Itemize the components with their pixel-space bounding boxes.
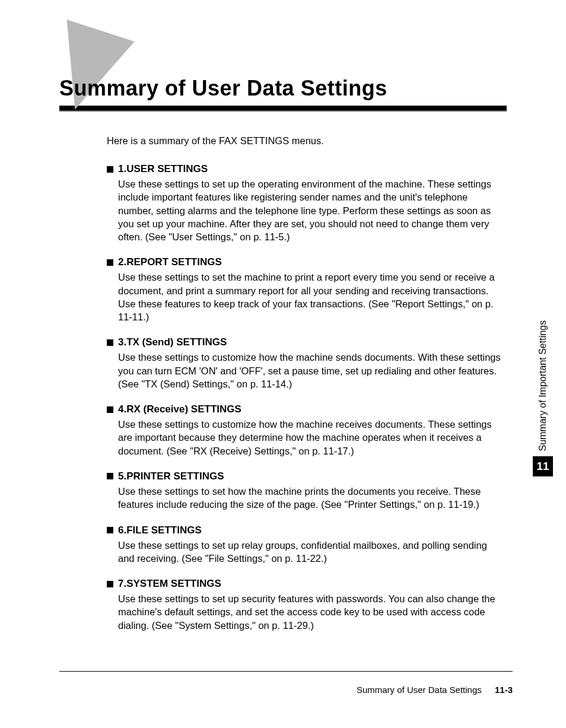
title-underline: [59, 106, 507, 112]
section-title: 5.PRINTER SETTINGS: [118, 471, 224, 482]
page-content: Summary of User Data Settings Here is a …: [0, 0, 566, 632]
section-header: 4.RX (Receive) SETTINGS: [107, 403, 501, 415]
footer-text: Summary of User Data Settings 11-3: [59, 685, 513, 695]
section-printer-settings: 5.PRINTER SETTINGS Use these settings to…: [107, 471, 501, 511]
section-body: Use these settings to set how the machin…: [118, 485, 501, 511]
section-body: Use these settings to set the machine to…: [118, 271, 501, 323]
section-header: 7.SYSTEM SETTINGS: [107, 578, 501, 590]
chapter-number-badge: 11: [533, 456, 553, 476]
section-body: Use these settings to customize how the …: [118, 418, 501, 457]
section-title: 4.RX (Receive) SETTINGS: [118, 403, 241, 415]
section-title: 6.FILE SETTINGS: [118, 524, 202, 536]
section-title: 3.TX (Send) SETTINGS: [118, 336, 227, 348]
section-title: 1.USER SETTINGS: [118, 163, 208, 175]
section-body: Use these settings to set up the operati…: [118, 177, 501, 243]
section-title: 7.SYSTEM SETTINGS: [118, 578, 221, 590]
footer-label: Summary of User Data Settings: [357, 685, 482, 695]
square-bullet-icon: [107, 527, 113, 533]
section-header: 5.PRINTER SETTINGS: [107, 471, 501, 482]
section-rx-settings: 4.RX (Receive) SETTINGS Use these settin…: [107, 403, 501, 457]
section-report-settings: 2.REPORT SETTINGS Use these settings to …: [107, 256, 501, 323]
footer-page-number: 11-3: [495, 685, 513, 695]
section-header: 6.FILE SETTINGS: [107, 524, 501, 536]
section-body: Use these settings to set up security fe…: [118, 592, 501, 632]
section-user-settings: 1.USER SETTINGS Use these settings to se…: [107, 163, 501, 243]
page-title: Summary of User Data Settings: [59, 76, 507, 101]
intro-text: Here is a summary of the FAX SETTINGS me…: [107, 135, 507, 147]
side-tab-label: Summary of Important Settings: [538, 320, 548, 452]
side-tab: Summary of Important Settings 11: [533, 320, 553, 476]
section-tx-settings: 3.TX (Send) SETTINGS Use these settings …: [107, 336, 501, 390]
square-bullet-icon: [107, 581, 113, 587]
square-bullet-icon: [107, 259, 113, 266]
section-title: 2.REPORT SETTINGS: [118, 256, 222, 268]
section-header: 3.TX (Send) SETTINGS: [107, 336, 501, 348]
page-footer: Summary of User Data Settings 11-3: [59, 671, 513, 695]
square-bullet-icon: [107, 339, 113, 346]
section-body: Use these settings to set up relay group…: [118, 539, 501, 565]
section-file-settings: 6.FILE SETTINGS Use these settings to se…: [107, 524, 501, 565]
footer-divider: [59, 671, 513, 672]
section-system-settings: 7.SYSTEM SETTINGS Use these settings to …: [107, 578, 501, 632]
section-body: Use these settings to customize how the …: [118, 351, 501, 390]
section-header: 2.REPORT SETTINGS: [107, 256, 501, 268]
section-header: 1.USER SETTINGS: [107, 163, 501, 175]
square-bullet-icon: [107, 166, 113, 173]
square-bullet-icon: [107, 406, 113, 413]
square-bullet-icon: [107, 473, 113, 479]
